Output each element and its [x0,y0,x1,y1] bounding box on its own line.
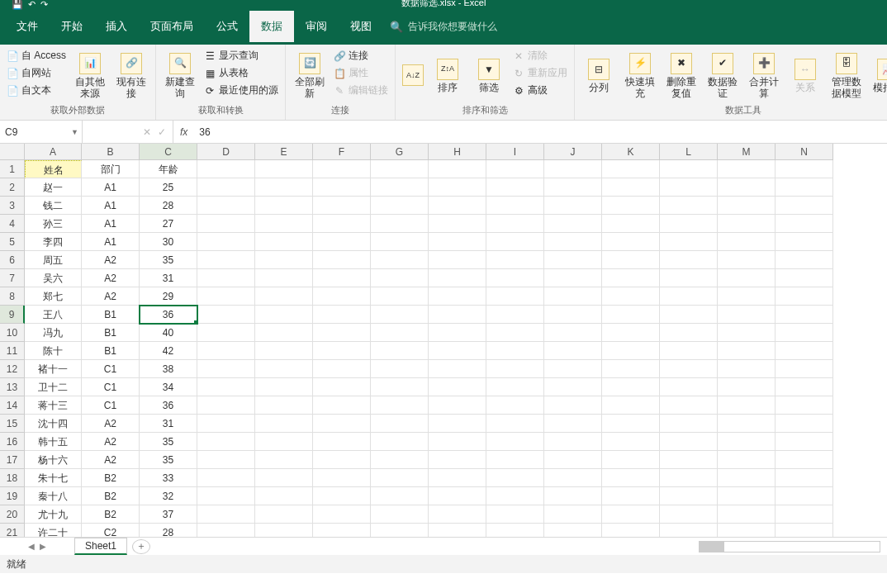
cell[interactable] [486,306,544,324]
cell[interactable] [544,178,602,197]
cell[interactable] [544,360,602,378]
cell[interactable] [486,487,544,505]
cell[interactable]: B2 [82,487,140,505]
cell[interactable] [718,160,776,178]
recent-sources-button[interactable]: ⟳最近使用的源 [202,83,280,98]
column-header[interactable]: K [602,144,660,160]
cell[interactable] [486,378,544,396]
connections-button[interactable]: 🔗连接 [332,48,390,64]
row-header[interactable]: 2 [0,178,25,197]
from-web-button[interactable]: 📄自网站 [5,65,68,81]
cell[interactable]: 许二十 [25,524,82,537]
cell[interactable]: A2 [82,269,140,287]
cell[interactable] [602,360,660,378]
cell[interactable] [660,306,718,324]
tell-me-search[interactable]: 🔍 告诉我你想要做什么 [390,20,497,34]
cell[interactable] [255,324,313,342]
cell[interactable] [429,197,486,215]
cell[interactable] [371,487,429,505]
row-header[interactable]: 21 [0,524,25,537]
cell[interactable]: A2 [82,433,140,451]
cell[interactable]: 韩十五 [25,433,82,451]
cell[interactable] [486,287,544,306]
cell[interactable] [255,306,313,324]
cell[interactable] [371,433,429,451]
cell[interactable] [197,306,255,324]
cell[interactable] [197,197,255,215]
from-text-button[interactable]: 📄自文本 [5,83,68,98]
cell[interactable] [313,287,371,306]
save-icon[interactable]: 💾 [12,0,23,10]
cell[interactable] [371,287,429,306]
cell[interactable] [660,287,718,306]
cell[interactable] [429,342,486,360]
cell[interactable] [660,487,718,505]
cell[interactable] [371,215,429,233]
cell[interactable]: 秦十八 [25,487,82,505]
cell[interactable] [486,324,544,342]
cell[interactable] [371,378,429,396]
row-header[interactable]: 20 [0,505,25,524]
cell[interactable] [371,233,429,251]
advanced-filter-button[interactable]: ⚙高级 [511,83,569,98]
cell[interactable]: 郑七 [25,287,82,306]
cell[interactable]: A2 [82,251,140,269]
cell[interactable] [255,178,313,197]
cell[interactable] [313,269,371,287]
cell[interactable] [486,433,544,451]
cell[interactable] [718,505,776,524]
cell[interactable] [718,197,776,215]
cell[interactable]: B1 [82,306,140,324]
cell[interactable] [718,251,776,269]
cell[interactable] [718,524,776,537]
cell[interactable] [718,287,776,306]
cell[interactable] [776,396,833,415]
cell[interactable]: 31 [140,415,197,433]
cell[interactable] [602,415,660,433]
cell[interactable] [371,469,429,487]
cell[interactable] [718,269,776,287]
cell[interactable] [602,487,660,505]
cell[interactable] [486,469,544,487]
cell[interactable]: 36 [140,396,197,415]
cell[interactable] [197,451,255,469]
cell[interactable] [718,360,776,378]
existing-conn-button[interactable]: 🔗现有连接 [112,48,150,104]
cell[interactable] [660,197,718,215]
cell[interactable]: 27 [140,215,197,233]
row-header[interactable]: 10 [0,324,25,342]
cell[interactable] [197,251,255,269]
cell[interactable]: 35 [140,451,197,469]
data-model-button[interactable]: 🗄管理数据模型 [828,48,866,104]
row-header[interactable]: 19 [0,487,25,505]
cell[interactable] [776,433,833,451]
refresh-all-button[interactable]: 🔄全部刷新 [291,48,329,104]
cell[interactable] [371,524,429,537]
cell[interactable]: A1 [82,215,140,233]
cell[interactable] [544,396,602,415]
cell[interactable] [776,178,833,197]
cell[interactable] [313,306,371,324]
undo-icon[interactable]: ↶ [28,0,36,10]
cell[interactable] [602,433,660,451]
row-header[interactable]: 4 [0,215,25,233]
cell[interactable] [429,178,486,197]
cell[interactable] [544,160,602,178]
cell[interactable] [776,451,833,469]
cell[interactable] [429,469,486,487]
cell[interactable]: 年龄 [140,160,197,178]
cell[interactable]: 蒋十三 [25,396,82,415]
cell[interactable] [197,378,255,396]
cell[interactable]: A2 [82,287,140,306]
cell[interactable] [313,524,371,537]
column-header[interactable]: H [429,144,486,160]
cell[interactable] [544,433,602,451]
cell[interactable] [197,269,255,287]
column-header[interactable]: C [140,144,197,160]
cell[interactable] [313,178,371,197]
cell[interactable] [371,160,429,178]
cell[interactable] [313,451,371,469]
cell[interactable]: 37 [140,505,197,524]
cell[interactable] [660,469,718,487]
column-header[interactable]: L [660,144,718,160]
